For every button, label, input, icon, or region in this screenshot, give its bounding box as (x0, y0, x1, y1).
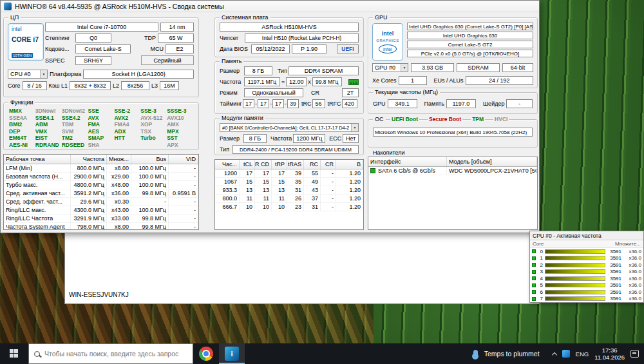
taskbar-clock[interactable]: 17:36 11.04.2026 (594, 347, 625, 361)
table-cell: 10 (240, 203, 255, 211)
cpu-feature-eist: EIST (35, 135, 62, 142)
table-row: 933.31313133143-1.20 (215, 186, 363, 195)
column-header: В (336, 160, 363, 169)
hwinfo-taskbar-button[interactable]: i (219, 343, 245, 364)
table-cell: - (169, 198, 198, 206)
cpu-selector[interactable]: CPU #0 (8, 70, 48, 79)
tray-expand-icon[interactable] (551, 352, 556, 357)
titlebar[interactable]: HWiNFO® 64 v8.44-5935 @ ASRock H510M-HVS… (1, 1, 539, 12)
cpu-sspec-label: SSPEC (45, 57, 73, 64)
core-frequency-bar (545, 256, 605, 260)
hwinfo-tray-icon[interactable] (562, 350, 570, 358)
table-cell: 15 (240, 178, 255, 186)
memory-mode-label: Режим (220, 90, 243, 96)
table-cell: 0.9591 В (169, 189, 198, 198)
serial-number-button[interactable]: Серийный (141, 55, 194, 65)
column-header: tRAS (287, 160, 304, 169)
table-cell: WDC WD5000LPCX-21VHAT0 [500 GB] (447, 167, 537, 175)
cpu-feature-tm2: TM2 (62, 135, 88, 142)
table-cell: 1.20 (336, 195, 363, 203)
core-frequency-bar (545, 249, 605, 254)
chrome-taskbar-button[interactable] (193, 343, 219, 364)
gpu-bus-width-field: 64-bit (502, 63, 533, 72)
memory-timing-table: Час...tCLtR CDtRPtRASRCCRВ12001717173955… (214, 159, 364, 230)
os-status-uefi-boot: UEFI Boot (390, 116, 419, 122)
table-row: 12001717173955-1.20 (215, 169, 363, 178)
table-cell: 43 (304, 186, 321, 195)
table-cell: 100.0 МГц (131, 173, 169, 181)
drives-table: ИнтерфейсМодель [объём]SATA 6 Gb/s @ 6Gb… (368, 157, 538, 230)
table-cell: Ring/LLC макс. (4, 206, 71, 215)
table-cell: x43.00 (107, 206, 131, 215)
core-index: 7 (538, 296, 543, 302)
chrome-icon (199, 347, 213, 361)
table-cell: Сред. активная част... (4, 189, 71, 198)
sensor-col-multiplier: Множите... (615, 241, 641, 247)
table-header-row: Рабочая точкаЧастотаМнож...BusVID (4, 155, 198, 164)
core-frequency-value: 3591 (607, 289, 621, 295)
intel-oval-logo: intel (379, 44, 397, 53)
table-row: Ring/LLC макс.4300.0 МГцx43.00100.0 МГц- (4, 206, 198, 215)
table-cell: 4800.0 МГц (71, 181, 107, 189)
table-cell: 13 (240, 186, 255, 195)
trfc-field: 420 (342, 99, 357, 108)
column-header: Модель [объём] (447, 157, 537, 166)
table-cell: 99.8 МГц (131, 215, 169, 223)
memory-modules-title: Модули памяти (220, 115, 265, 122)
eus-label: EUs / ALUs (434, 77, 464, 84)
sensor-row: 53591x36.0 (530, 282, 643, 289)
table-cell: - (321, 186, 336, 195)
taskbar-search[interactable] (28, 343, 193, 364)
table-cell: 11 (272, 195, 287, 203)
cpu-feature-sha: SHA (88, 142, 115, 149)
system-tray: ENG 17:36 11.04.2026 (547, 343, 644, 364)
taskbar-spacer (245, 343, 466, 364)
core-multiplier-value: x36.0 (623, 289, 641, 295)
hwinfo-app-icon (4, 3, 12, 10)
hdd-icon (370, 168, 375, 173)
gpu-selector[interactable]: GPU #0 (372, 63, 408, 72)
core-led-icon (532, 270, 536, 274)
cpu-codename-label: Кодово... (45, 46, 73, 52)
sensor-titlebar[interactable]: CPU #0 - Активная частота (530, 231, 643, 240)
cpu-feature-rdrand: RDRAND (35, 142, 62, 149)
table-cell: 31 (304, 203, 321, 211)
action-center-icon[interactable] (630, 350, 639, 358)
search-input[interactable] (44, 350, 187, 358)
core-led-icon (532, 276, 536, 280)
table-cell: x33.00 (107, 215, 131, 223)
memory-module-selector[interactable]: #0 [BANK 0/Controller0-ChannelA]: GeIL C… (220, 123, 359, 132)
core-led-icon (532, 297, 536, 301)
column-header: Час... (215, 160, 240, 169)
cpu-feature-avx: AVX (88, 115, 115, 122)
language-indicator[interactable]: ENG (576, 350, 589, 358)
weather-widget[interactable]: Temps to plummet (466, 343, 547, 364)
module-ecc-field: Нет (343, 134, 359, 143)
motherboard-panel: Системная плата ASRock H510M-HVS Чипсет … (214, 17, 364, 57)
cpu-features-grid: MMX3DNow!3DNow!2SSESSE-2SSE-3SSSE-3SSE4A… (9, 108, 193, 148)
core-frequency-value: 3591 (607, 255, 621, 261)
weather-text: Temps to plummet (484, 350, 540, 358)
gpu-name-field: Intel UHD Graphics 630 (407, 32, 533, 39)
intel-graphics-badge-icon: intel GRAPHICS intel (372, 23, 403, 61)
computer-name-node[interactable]: WIN-ESESJVUN7KJ (69, 291, 129, 298)
cpu-features-title: Функции (8, 99, 35, 106)
core-multiplier-value: x36.0 (623, 296, 641, 302)
cpu-stepping-field: Q0 (75, 34, 111, 43)
memory-type-label: Тип (278, 68, 287, 74)
table-row: SATA 6 Gb/s @ 6Gb/sWDC WD5000LPCX-21VHAT… (368, 167, 537, 175)
column-header: Рабочая точка (4, 155, 71, 164)
cpu-feature-aesni: AES-NI (9, 142, 35, 149)
cpu-feature-sse4a: SSE4A (9, 115, 35, 122)
table-row: Частота System Agent798.0 МГцx8.0099.8 М… (4, 223, 198, 230)
column-header: tCL (240, 160, 255, 169)
intel-core-i7-badge-icon: intel CORE i7 10TH GEN (8, 23, 44, 61)
summary-window: HWiNFO® 64 v8.44-5935 @ ASRock H510M-HVS… (0, 0, 540, 233)
hwinfo-main-window: WIN-ESESJVUN7KJ (64, 232, 540, 304)
table-cell: 15 (272, 178, 287, 186)
table-cell: 17 (272, 169, 287, 178)
hwinfo-icon: i (225, 347, 239, 361)
start-button[interactable] (0, 343, 28, 364)
core-led-icon (532, 256, 536, 260)
table-cell: 23 (287, 203, 304, 211)
